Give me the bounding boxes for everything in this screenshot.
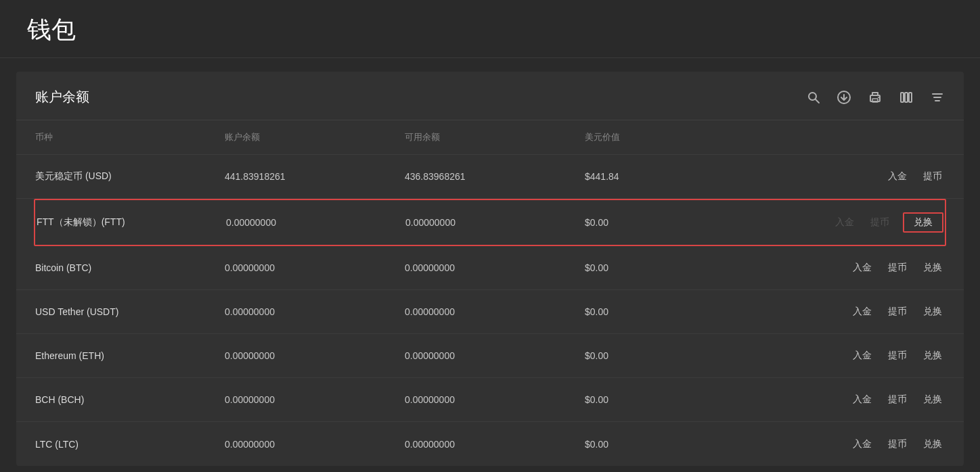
svg-line-1 [816,99,819,103]
withdraw-button[interactable]: 提币 [885,348,910,363]
row-actions: 入金 提币 兑换 [765,425,945,464]
account-balance: 0.00000000 [225,382,405,417]
account-balance: 441.83918261 [225,159,405,194]
col-header-available: 可用余额 [405,128,585,146]
available-balance: 0.00000000 [405,338,585,373]
account-balance: 0.00000000 [225,427,405,462]
row-actions: 入金 提币 兑换 [764,200,943,245]
deposit-button[interactable]: 入金 [850,348,874,363]
table-row: USD Tether (USDT) 0.00000000 0.00000000 … [16,290,964,334]
usd-value: $0.00 [585,427,765,462]
exchange-button[interactable]: 兑换 [920,392,945,407]
table-row: BCH (BCH) 0.00000000 0.00000000 $0.00 入金… [16,378,964,422]
account-balance: 0.00000000 [225,250,405,285]
exchange-button[interactable]: 兑换 [920,304,945,319]
page-title: 钱包 [27,16,76,43]
section-title: 账户余额 [35,88,89,106]
currency-name: 美元稳定币 (USD) [35,158,225,195]
exchange-button[interactable]: 兑换 [920,437,945,452]
available-balance: 0.00000000 [405,382,585,417]
available-balance: 0.00000000 [405,294,585,329]
deposit-button[interactable]: 入金 [850,260,874,275]
svg-rect-9 [909,93,912,102]
table-row: 美元稳定币 (USD) 441.83918261 436.83968261 $4… [16,155,964,199]
available-balance: 436.83968261 [405,159,585,194]
filter-icon[interactable] [930,90,945,105]
svg-rect-5 [872,99,878,102]
main-content: 账户余额 [16,72,964,466]
currency-name: Ethereum (ETH) [35,338,225,373]
currency-name: USD Tether (USDT) [35,294,225,329]
table-row: FTT（未解锁）(FTT) 0.00000000 0.00000000 $0.0… [35,200,945,245]
row-actions: 入金 提币 兑换 [765,292,945,331]
print-icon[interactable] [868,90,883,105]
col-header-currency: 币种 [35,128,225,146]
usd-value: $0.00 [585,250,765,285]
table-row: LTC (LTC) 0.00000000 0.00000000 $0.00 入金… [16,422,964,466]
section-header: 账户余额 [16,72,964,120]
usd-value: $0.00 [585,294,765,329]
currency-name: FTT（未解锁）(FTT) [37,204,226,241]
available-balance: 0.00000000 [405,205,585,240]
exchange-button[interactable]: 兑换 [903,212,943,233]
toolbar-icons [807,90,945,105]
usd-value: $441.84 [585,159,765,194]
table-row-highlighted: FTT（未解锁）(FTT) 0.00000000 0.00000000 $0.0… [34,199,946,246]
withdraw-button[interactable]: 提币 [885,260,910,275]
currency-name: LTC (LTC) [35,427,225,462]
col-header-actions [765,128,945,146]
withdraw-button[interactable]: 提币 [885,392,910,407]
withdraw-button[interactable]: 提币 [885,304,910,319]
row-actions: 入金 提币 兑换 [765,248,945,287]
col-header-usd: 美元价值 [585,128,765,146]
account-balance: 0.00000000 [225,294,405,329]
available-balance: 0.00000000 [405,427,585,462]
table-row: Bitcoin (BTC) 0.00000000 0.00000000 $0.0… [16,246,964,290]
page-header: 钱包 [0,0,980,58]
available-balance: 0.00000000 [405,250,585,285]
withdraw-button[interactable]: 提币 [920,169,945,184]
svg-point-6 [878,97,879,98]
usd-value: $0.00 [585,338,765,373]
usd-value: $0.00 [585,205,764,240]
exchange-button[interactable]: 兑换 [920,348,945,363]
svg-rect-7 [901,93,904,102]
account-balance: 0.00000000 [226,205,405,240]
col-header-balance: 账户余额 [225,128,405,146]
exchange-button[interactable]: 兑换 [920,260,945,275]
deposit-button[interactable]: 入金 [850,392,874,407]
currency-name: BCH (BCH) [35,382,225,417]
currency-name: Bitcoin (BTC) [35,250,225,285]
usd-value: $0.00 [585,382,765,417]
row-actions: 入金 提币 兑换 [765,380,945,419]
deposit-button[interactable]: 入金 [885,169,910,184]
table-header: 币种 账户余额 可用余额 美元价值 [16,120,964,155]
row-actions: 入金 提币 兑换 [765,336,945,375]
search-icon[interactable] [807,91,820,104]
row-actions: 入金 提币 [765,157,945,196]
svg-rect-8 [905,93,908,102]
withdraw-button[interactable]: 提币 [885,437,910,452]
table-row: Ethereum (ETH) 0.00000000 0.00000000 $0.… [16,334,964,378]
account-balance: 0.00000000 [225,338,405,373]
deposit-button[interactable]: 入金 [850,304,874,319]
deposit-button: 入金 [832,215,857,230]
deposit-button[interactable]: 入金 [850,437,874,452]
withdraw-button: 提币 [868,215,892,230]
columns-icon[interactable] [899,90,914,105]
download-icon[interactable] [837,90,851,105]
